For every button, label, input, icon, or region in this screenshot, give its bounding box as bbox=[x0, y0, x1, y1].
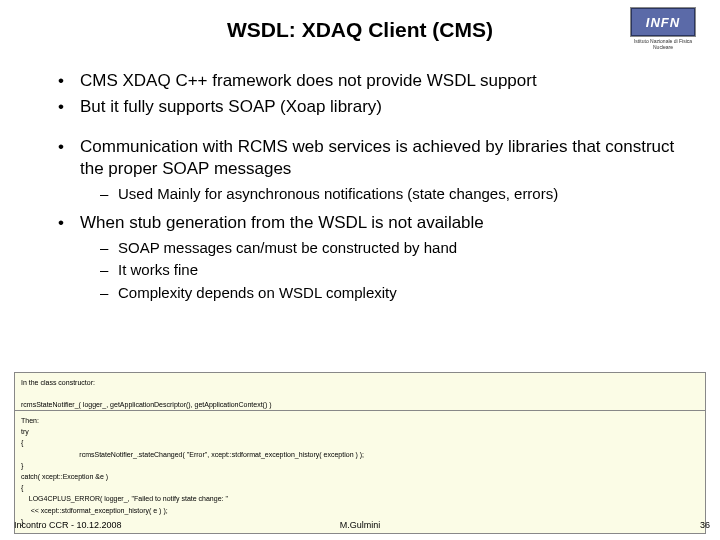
bullet-3: Communication with RCMS web services is … bbox=[58, 136, 690, 204]
code-block-trycatch: Then: try { rcmsStateNotifier_.stateChan… bbox=[14, 410, 706, 534]
bullet-2: But it fully supports SOAP (Xoap library… bbox=[58, 96, 690, 118]
infn-logo: INFN bbox=[631, 8, 695, 36]
slide-number: 36 bbox=[700, 520, 710, 530]
bullet-4-3: Complexity depends on WSDL complexity bbox=[100, 283, 690, 303]
bullet-4-text: When stub generation from the WSDL is no… bbox=[80, 213, 484, 232]
logo-caption: Istituto Nazionale di Fisica Nucleare bbox=[624, 38, 702, 50]
bullet-3-1: Used Mainly for asynchronous notificatio… bbox=[100, 184, 690, 204]
bullet-3-text: Communication with RCMS web services is … bbox=[80, 137, 674, 178]
slide-title: WSDL: XDAQ Client (CMS) bbox=[0, 18, 720, 42]
footer-center: M.Gulmini bbox=[0, 520, 720, 530]
bullet-1: CMS XDAQ C++ framework does not provide … bbox=[58, 70, 690, 92]
bullet-4: When stub generation from the WSDL is no… bbox=[58, 212, 690, 303]
title-bar: WSDL: XDAQ Client (CMS) bbox=[0, 0, 720, 60]
bullet-4-2: It works fine bbox=[100, 260, 690, 280]
slide-body: CMS XDAQ C++ framework does not provide … bbox=[58, 70, 690, 310]
logo-block: INFN Istituto Nazionale di Fisica Nuclea… bbox=[624, 8, 702, 50]
slide: WSDL: XDAQ Client (CMS) INFN Istituto Na… bbox=[0, 0, 720, 540]
bullet-4-1: SOAP messages can/must be constructed by… bbox=[100, 238, 690, 258]
